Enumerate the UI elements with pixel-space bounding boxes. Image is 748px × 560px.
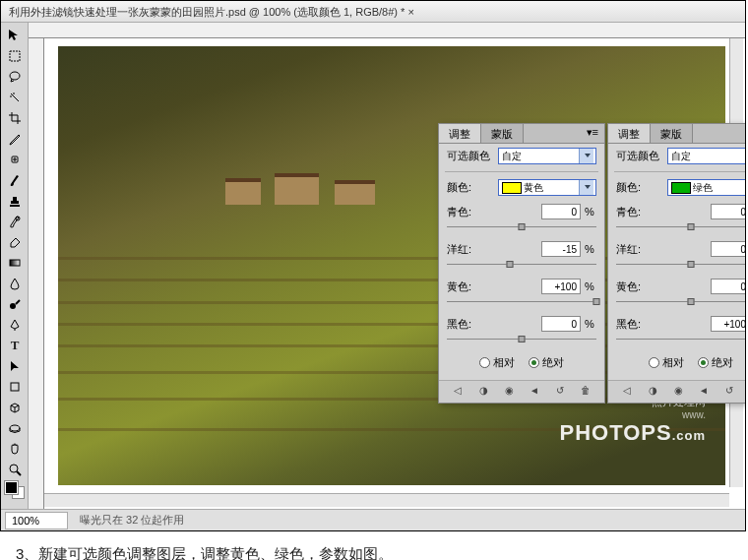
clip-icon[interactable]: ◑	[476, 385, 490, 399]
color-label: 颜色:	[616, 180, 663, 195]
adjustment-type-label: 可选颜色	[447, 149, 494, 163]
reset-icon[interactable]: ↺	[722, 385, 736, 399]
trash-icon[interactable]: 🗑	[579, 385, 592, 399]
percent-label: %	[585, 243, 596, 255]
svg-rect-6	[11, 383, 19, 391]
marquee-tool[interactable]	[3, 45, 27, 66]
color-swatches[interactable]	[5, 481, 25, 499]
percent-label: %	[585, 206, 596, 218]
slider-value-input[interactable]	[711, 241, 745, 257]
svg-point-1	[10, 72, 20, 80]
pen-tool[interactable]	[3, 314, 27, 335]
preset-select[interactable]: 自定	[498, 148, 596, 164]
radio-relative[interactable]: 相对	[649, 355, 684, 370]
view-icon[interactable]: ◉	[671, 385, 685, 399]
svg-rect-0	[10, 51, 20, 61]
adjustments-panel-1: 调整 蒙版 ▾≡ 可选颜色 自定 颜色: 黄色 青色:%洋红:%黄色:%黑色:%…	[438, 123, 605, 404]
slider-label: 青色:	[447, 205, 494, 219]
slider-track[interactable]	[616, 336, 745, 343]
tab-masks[interactable]: 蒙版	[651, 124, 693, 143]
panel-footer: ◁ ◑ ◉ ◄ ↺ 🗑	[608, 380, 745, 403]
blur-tool[interactable]	[3, 273, 27, 293]
radio-absolute[interactable]: 绝对	[529, 355, 564, 370]
slider-value-input[interactable]	[541, 204, 581, 219]
slider-track[interactable]	[616, 223, 745, 231]
svg-rect-4	[10, 260, 20, 266]
percent-label: %	[585, 318, 596, 330]
gradient-tool[interactable]	[3, 252, 27, 273]
slider-label: 黄色:	[447, 280, 494, 294]
slider-track[interactable]	[447, 261, 596, 269]
move-tool[interactable]	[3, 25, 27, 45]
zoom-field[interactable]: 100%	[5, 512, 68, 529]
tab-adjustments[interactable]: 调整	[439, 124, 481, 143]
adjustments-panel-2: 调整 蒙版 ▾≡ 可选颜色 自定 颜色: 绿色 青色:%洋红:%黄色:%黑色:%…	[607, 123, 745, 404]
hand-tool[interactable]	[3, 438, 27, 459]
radio-absolute[interactable]: 绝对	[698, 355, 733, 370]
tutorial-caption: 3、新建可选颜色调整图层，调整黄色、绿色，参数如图。	[0, 531, 748, 560]
canvas-area: 照片处理网 www. PHOTOPS.com 调整 蒙版 ▾≡ 可选颜色 自定	[29, 23, 745, 509]
camera-tool[interactable]	[3, 417, 27, 438]
history-brush-tool[interactable]	[3, 211, 27, 231]
3d-tool[interactable]	[3, 397, 27, 417]
brush-tool[interactable]	[3, 169, 27, 190]
zoom-tool[interactable]	[3, 459, 27, 479]
dodge-tool[interactable]	[3, 293, 27, 314]
panel-menu-icon[interactable]: ▾≡	[581, 124, 604, 143]
slider-value-input[interactable]	[541, 241, 581, 257]
svg-point-5	[10, 303, 16, 309]
slider-value-input[interactable]	[541, 279, 581, 294]
back-icon[interactable]: ◁	[620, 385, 634, 399]
slider-label: 青色:	[616, 205, 663, 219]
slider-value-input[interactable]	[711, 316, 745, 332]
prev-icon[interactable]: ◄	[697, 385, 711, 399]
slider-track[interactable]	[447, 298, 596, 306]
stamp-tool[interactable]	[3, 190, 27, 211]
preset-select[interactable]: 自定	[667, 148, 745, 164]
slider-track[interactable]	[616, 298, 745, 306]
color-select[interactable]: 绿色	[667, 179, 745, 196]
tools-toolbar: T	[1, 23, 29, 509]
slider-track[interactable]	[447, 336, 596, 343]
crop-tool[interactable]	[3, 107, 27, 128]
ruler-vertical	[29, 38, 44, 509]
svg-point-8	[10, 465, 18, 472]
slider-track[interactable]	[616, 261, 745, 269]
slider-label: 黑色:	[616, 317, 663, 332]
heal-tool[interactable]	[3, 149, 27, 169]
eraser-tool[interactable]	[3, 231, 27, 252]
slider-label: 洋红:	[447, 242, 494, 257]
color-label: 颜色:	[447, 180, 494, 195]
scrollbar-horizontal[interactable]	[44, 493, 729, 507]
clip-icon[interactable]: ◑	[646, 385, 659, 399]
slider-value-input[interactable]	[711, 279, 745, 294]
eyedropper-tool[interactable]	[3, 128, 27, 149]
tab-masks[interactable]: 蒙版	[481, 124, 524, 143]
svg-point-7	[10, 425, 20, 431]
tab-adjustments[interactable]: 调整	[608, 124, 651, 143]
radio-relative[interactable]: 相对	[479, 355, 515, 370]
document-title-bar: 利用外挂滤镜快速处理一张灰蒙蒙的田园照片.psd @ 100% (选取颜色 1,…	[1, 1, 745, 23]
type-tool[interactable]: T	[3, 335, 27, 355]
panel-footer: ◁ ◑ ◉ ◄ ↺ 🗑	[439, 380, 604, 403]
wand-tool[interactable]	[3, 87, 27, 107]
slider-value-input[interactable]	[541, 316, 581, 332]
view-icon[interactable]: ◉	[502, 385, 516, 399]
status-bar: 100% 曝光只在 32 位起作用	[1, 509, 745, 530]
lasso-tool[interactable]	[3, 66, 27, 87]
path-select-tool[interactable]	[3, 355, 27, 376]
prev-icon[interactable]: ◄	[528, 385, 541, 399]
slider-value-input[interactable]	[711, 204, 745, 219]
reset-icon[interactable]: ↺	[553, 385, 567, 399]
slider-label: 洋红:	[616, 242, 663, 257]
slider-label: 黑色:	[447, 317, 494, 332]
color-select[interactable]: 黄色	[498, 179, 596, 196]
color-swatch	[671, 182, 691, 194]
back-icon[interactable]: ◁	[451, 385, 465, 399]
slider-track[interactable]	[447, 223, 596, 231]
percent-label: %	[585, 280, 596, 292]
ruler-horizontal	[29, 23, 745, 38]
slider-label: 黄色:	[616, 280, 663, 294]
status-info: 曝光只在 32 位起作用	[72, 511, 192, 529]
shape-tool[interactable]	[3, 376, 27, 397]
